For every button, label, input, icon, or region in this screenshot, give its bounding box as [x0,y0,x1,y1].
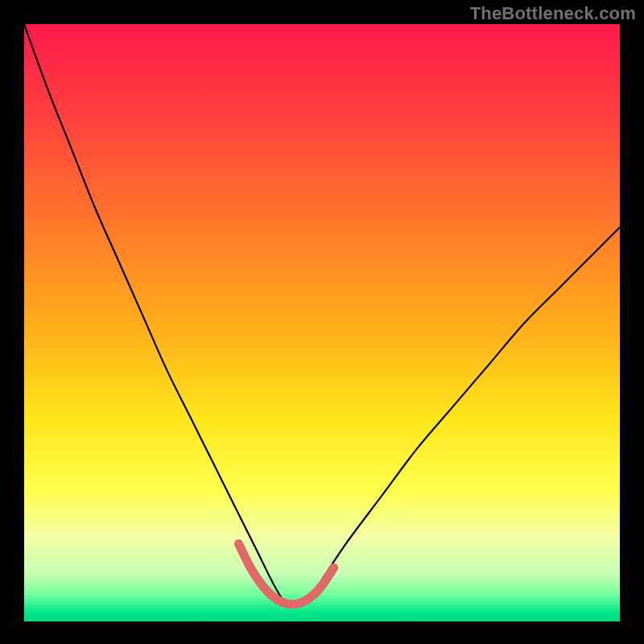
chart-frame: TheBottleneck.com [0,0,644,644]
bottleneck-chart [0,0,644,644]
plot-background [24,24,620,621]
watermark-text: TheBottleneck.com [470,3,636,24]
